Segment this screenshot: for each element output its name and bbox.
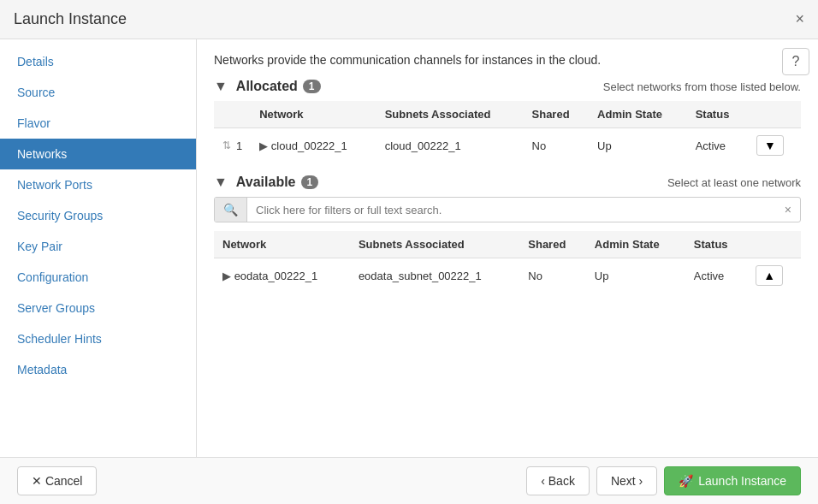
main-content: ? Networks provide the communication cha… xyxy=(197,39,818,457)
available-section-header: ▼ Available 1 Select at least one networ… xyxy=(214,175,801,190)
allocated-col-order xyxy=(214,101,251,128)
available-title: ▼ Available 1 xyxy=(214,175,318,190)
expand-icon[interactable]: ▶ xyxy=(222,270,231,282)
allocated-col-network: Network xyxy=(251,101,376,128)
sidebar-item-network-ports[interactable]: Network Ports xyxy=(0,169,196,200)
row-action: ▲ xyxy=(747,258,801,294)
allocated-section-header: ▼ Allocated 1 Select networks from those… xyxy=(214,79,801,94)
launch-instance-button[interactable]: 🚀 Launch Instance xyxy=(664,466,801,495)
row-subnets: eodata_subnet_00222_1 xyxy=(350,258,519,294)
sidebar-item-flavor[interactable]: Flavor xyxy=(0,108,196,139)
close-button[interactable]: × xyxy=(795,10,804,28)
table-row: ⇅ 1 ▶ cloud_00222_1 cloud_00222_1 No Up … xyxy=(214,128,801,163)
networks-description: Networks provide the communication chann… xyxy=(214,53,801,67)
modal-footer: ✕ Cancel ‹ Back Next › 🚀 Launch Instance xyxy=(0,457,818,504)
allocated-col-action xyxy=(748,101,801,128)
help-button[interactable]: ? xyxy=(782,48,809,75)
available-table: Network Subnets Associated Shared Admin … xyxy=(214,231,801,293)
sidebar-item-key-pair[interactable]: Key Pair xyxy=(0,231,196,262)
sidebar-item-scheduler-hints[interactable]: Scheduler Hints xyxy=(0,323,196,354)
allocate-button[interactable]: ▲ xyxy=(756,265,783,286)
footer-actions: ‹ Back Next › 🚀 Launch Instance xyxy=(526,466,801,495)
sidebar-item-security-groups[interactable]: Security Groups xyxy=(0,200,196,231)
sidebar: Details Source Flavor Networks Network P… xyxy=(0,39,197,457)
allocated-col-subnets: Subnets Associated xyxy=(376,101,524,128)
back-button[interactable]: ‹ Back xyxy=(526,466,590,495)
row-admin-state: Up xyxy=(589,128,687,163)
allocated-title: ▼ Allocated 1 xyxy=(214,79,321,94)
row-network: ▶ eodata_00222_1 xyxy=(214,258,350,294)
available-hint: Select at least one network xyxy=(667,176,801,189)
allocated-badge: 1 xyxy=(303,80,321,93)
row-network: ▶ cloud_00222_1 xyxy=(251,128,376,163)
row-status: Active xyxy=(687,128,748,163)
row-admin-state: Up xyxy=(586,258,685,294)
row-status: Active xyxy=(685,258,747,294)
launch-instance-modal: Launch Instance × Details Source Flavor … xyxy=(0,0,818,504)
sidebar-item-networks[interactable]: Networks xyxy=(0,139,196,169)
expand-icon[interactable]: ▶ xyxy=(259,139,268,152)
available-col-action xyxy=(747,231,801,258)
drag-icon: ⇅ xyxy=(222,139,231,151)
available-col-status: Status xyxy=(685,231,747,258)
modal-body: Details Source Flavor Networks Network P… xyxy=(0,39,818,457)
modal-header: Launch Instance × xyxy=(0,0,818,39)
allocated-col-admin-state: Admin State xyxy=(589,101,687,128)
available-col-admin-state: Admin State xyxy=(586,231,685,258)
allocated-col-shared: Shared xyxy=(524,101,590,128)
available-col-subnets: Subnets Associated xyxy=(350,231,519,258)
row-action: ▼ xyxy=(748,128,801,163)
available-col-network: Network xyxy=(214,231,350,258)
deallocate-button[interactable]: ▼ xyxy=(756,135,784,156)
available-col-shared: Shared xyxy=(519,231,586,258)
available-chevron-icon: ▼ xyxy=(214,175,228,190)
row-handle: ⇅ 1 xyxy=(222,139,242,152)
allocated-hint: Select networks from those listed below. xyxy=(603,80,801,93)
available-badge: 1 xyxy=(301,175,319,189)
row-order: ⇅ 1 xyxy=(214,128,251,163)
search-bar: 🔍 × xyxy=(214,197,801,222)
search-icon-button[interactable]: 🔍 xyxy=(215,198,247,222)
rocket-icon: 🚀 xyxy=(679,474,693,488)
table-row: ▶ eodata_00222_1 eodata_subnet_00222_1 N… xyxy=(214,258,801,294)
sidebar-item-configuration[interactable]: Configuration xyxy=(0,262,196,293)
sidebar-item-source[interactable]: Source xyxy=(0,77,196,108)
allocated-col-status: Status xyxy=(687,101,748,128)
next-button[interactable]: Next › xyxy=(596,466,657,495)
row-shared: No xyxy=(524,128,590,163)
sidebar-item-server-groups[interactable]: Server Groups xyxy=(0,293,196,323)
sidebar-item-details[interactable]: Details xyxy=(0,46,196,77)
cancel-icon: ✕ xyxy=(32,474,42,488)
row-subnets: cloud_00222_1 xyxy=(376,128,524,163)
modal-title: Launch Instance xyxy=(14,10,127,28)
clear-search-button[interactable]: × xyxy=(776,198,800,222)
cancel-button[interactable]: ✕ Cancel xyxy=(17,466,97,495)
allocated-chevron-icon: ▼ xyxy=(214,79,228,94)
search-input[interactable] xyxy=(247,199,776,222)
row-shared: No xyxy=(519,258,586,294)
allocated-table: Network Subnets Associated Shared Admin … xyxy=(214,101,801,163)
sidebar-item-metadata[interactable]: Metadata xyxy=(0,354,196,385)
